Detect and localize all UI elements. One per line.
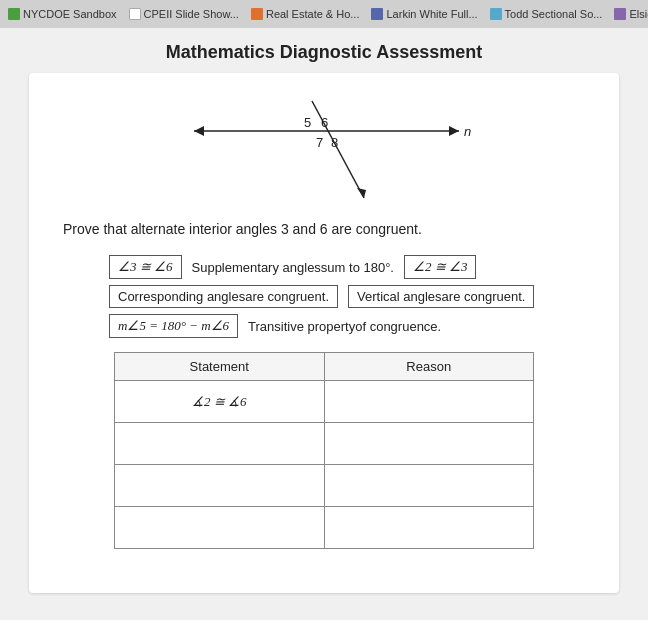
tab-elsie[interactable]: Elsie: [610, 6, 648, 22]
table-row: [115, 507, 534, 549]
clue-transitive: Transitive propertyof congruence.: [248, 319, 441, 334]
table-cell-statement-3: [115, 465, 325, 507]
table-cell-reason-2: [324, 423, 534, 465]
table-cell-statement-4: [115, 507, 325, 549]
problem-text: Prove that alternate interior angles 3 a…: [63, 221, 589, 237]
table-row: ∡2 ≅ ∡6: [115, 381, 534, 423]
tab-label-larkin: Larkin White Full...: [386, 8, 477, 20]
diagram: n 5 6 7 8: [164, 93, 484, 203]
clue-corresponding[interactable]: Corresponding anglesare congruent.: [109, 285, 338, 308]
tab-realestate[interactable]: Real Estate & Ho...: [247, 6, 364, 22]
clue-section: ∠3 ≅ ∠6 Supplementary anglessum to 180°.…: [109, 255, 589, 338]
table-header-reason: Reason: [324, 353, 534, 381]
svg-marker-9: [194, 126, 204, 136]
tab-favicon-elsie: [614, 8, 626, 20]
svg-text:8: 8: [331, 135, 338, 150]
table-cell-statement-1: ∡2 ≅ ∡6: [115, 381, 325, 423]
tab-favicon-nycdoe: [8, 8, 20, 20]
tab-label-realestate: Real Estate & Ho...: [266, 8, 360, 20]
tab-bar: NYCDOE Sandbox CPEII Slide Show... Real …: [0, 0, 648, 28]
tab-todd[interactable]: Todd Sectional So...: [486, 6, 607, 22]
tab-favicon-cpeii: [129, 8, 141, 20]
svg-text:7: 7: [316, 135, 323, 150]
tab-label-elsie: Elsie: [629, 8, 648, 20]
tab-label-nycdoe: NYCDOE Sandbox: [23, 8, 117, 20]
table-cell-reason-1: [324, 381, 534, 423]
tab-favicon-todd: [490, 8, 502, 20]
svg-text:5: 5: [304, 115, 311, 130]
tab-label-cpeii: CPEII Slide Show...: [144, 8, 239, 20]
table-cell-reason-4: [324, 507, 534, 549]
page-title: Mathematics Diagnostic Assessment: [166, 42, 482, 63]
clue-supplementary: Supplementary anglessum to 180°.: [192, 260, 394, 275]
clue-m5-eq[interactable]: m∠5 = 180° − m∠6: [109, 314, 238, 338]
clue-row-1: ∠3 ≅ ∠6 Supplementary anglessum to 180°.…: [109, 255, 589, 279]
table-row: [115, 465, 534, 507]
tab-nycdoe[interactable]: NYCDOE Sandbox: [4, 6, 121, 22]
clue-row-2: Corresponding anglesare congruent. Verti…: [109, 285, 589, 308]
tab-larkin[interactable]: Larkin White Full...: [367, 6, 481, 22]
tab-favicon-realestate: [251, 8, 263, 20]
clue-angle2-3[interactable]: ∠2 ≅ ∠3: [404, 255, 477, 279]
tab-cpeii[interactable]: CPEII Slide Show...: [125, 6, 243, 22]
assessment-card: n 5 6 7 8 Prove that alternate interior …: [29, 73, 619, 593]
table-header-statement: Statement: [115, 353, 325, 381]
tab-favicon-larkin: [371, 8, 383, 20]
svg-text:n: n: [464, 124, 471, 139]
clue-vertical[interactable]: Vertical anglesare congruent.: [348, 285, 534, 308]
svg-marker-4: [357, 188, 366, 198]
svg-text:6: 6: [321, 115, 328, 130]
diagram-container: n 5 6 7 8: [59, 93, 589, 203]
table-row: [115, 423, 534, 465]
svg-marker-1: [449, 126, 459, 136]
geometry-diagram: n 5 6 7 8: [164, 93, 484, 203]
table-cell-reason-3: [324, 465, 534, 507]
clue-row-3: m∠5 = 180° − m∠6 Transitive propertyof c…: [109, 314, 589, 338]
tab-label-todd: Todd Sectional So...: [505, 8, 603, 20]
proof-table: Statement Reason ∡2 ≅ ∡6: [114, 352, 534, 549]
table-cell-statement-2: [115, 423, 325, 465]
main-content: Mathematics Diagnostic Assessment n 5: [0, 28, 648, 620]
clue-angle3-6[interactable]: ∠3 ≅ ∠6: [109, 255, 182, 279]
